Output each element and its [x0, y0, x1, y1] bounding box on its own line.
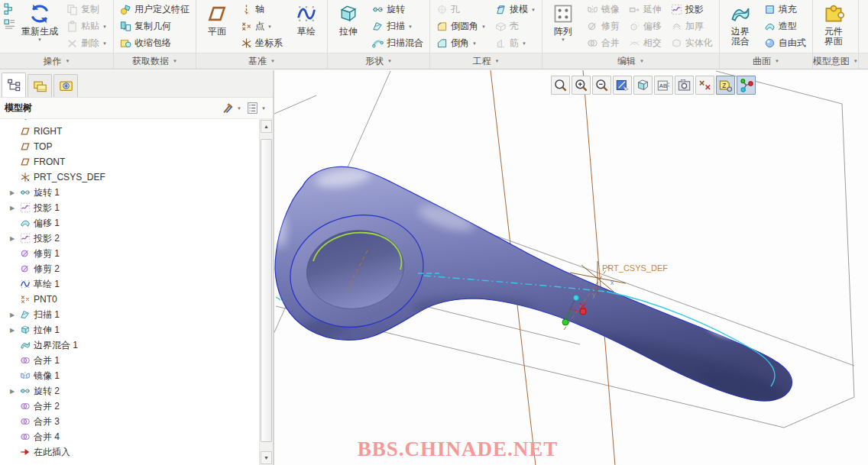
ribbon-button-boundary-blend[interactable]: 边界混合 [722, 1, 759, 52]
tree-settings-button[interactable]: ▼ [219, 100, 244, 116]
ribbon-button-thicken[interactable]: 加厚 [667, 18, 717, 34]
ribbon-button-delete[interactable]: 删除▼ [63, 35, 111, 51]
ribbon-button-axis[interactable]: 轴 [237, 2, 287, 18]
ribbon-button-point[interactable]: 点▼ [237, 18, 287, 34]
ribbon-group-label-datum[interactable]: 基准▼ [196, 53, 327, 69]
viewport-zoom-out-button[interactable] [592, 76, 611, 95]
tree-item[interactable]: TOP [0, 139, 259, 154]
ribbon-button-plane[interactable]: 平面 [199, 1, 235, 52]
udf-icon [120, 4, 131, 15]
ribbon-group-label-operations[interactable]: 操作▼ [0, 53, 113, 69]
tree-item[interactable]: 偏移 1 [0, 215, 259, 231]
ribbon-button-cube-list[interactable] [2, 17, 17, 31]
ribbon-button-solidify[interactable]: 实体化 [667, 35, 717, 51]
tree-item[interactable]: ▶投影 2 [0, 231, 259, 246]
ribbon-button-chamfer[interactable]: 倒角▼ [432, 35, 490, 51]
tree-item[interactable]: 修剪 1 [0, 246, 259, 261]
ribbon-button-merge[interactable]: 合并 [583, 35, 623, 51]
ribbon-button-extend[interactable]: 延伸 [625, 2, 666, 18]
viewport-zoom-in-button[interactable] [572, 76, 591, 95]
ribbon-button-udf[interactable]: 用户定义特征 [116, 2, 193, 18]
ribbon-button-swept-blend[interactable]: 扫描混合 [368, 35, 427, 51]
tree-item[interactable]: FRONT [0, 154, 259, 170]
ribbon-button-fill[interactable]: 填充 [760, 2, 810, 18]
tree-item[interactable]: PRT_CSYS_DEF [0, 170, 259, 185]
ribbon-button-copy[interactable]: 复制 [63, 2, 111, 18]
ribbon-button-shrinkwrap[interactable]: 收缩包络 [116, 35, 193, 51]
tree-item[interactable]: RIGHT [0, 124, 259, 139]
saved-views-icon [656, 78, 671, 92]
ribbon-group-label-surfaces[interactable]: 曲面▼ [720, 53, 812, 69]
ribbon-button-intersect[interactable]: 相交 [625, 35, 666, 51]
tree-item[interactable]: 边界混合 1 [0, 337, 259, 353]
ribbon-button-paste[interactable]: 粘贴▼ [63, 18, 111, 34]
tree-item[interactable]: 修剪 2 [0, 261, 259, 276]
shell-icon [495, 21, 507, 32]
scroll-up-button[interactable]: ▲ [261, 120, 272, 133]
ribbon-button-regenerate[interactable]: 重新生成▼ [18, 1, 61, 52]
ribbon-button-freestyle[interactable]: 自由式 [760, 35, 810, 51]
tree-item-label: 修剪 1 [34, 247, 60, 260]
navigator-tab-favorites[interactable] [53, 74, 78, 97]
ribbon-button-pattern[interactable]: 阵列▼ [545, 1, 581, 52]
tree-item[interactable]: 在此插入 [0, 444, 259, 460]
ribbon-group-label-shapes[interactable]: 形状▼ [328, 53, 429, 69]
tree-item[interactable]: 草绘 1 [0, 276, 259, 292]
viewport-saved-orientations-button[interactable] [654, 76, 673, 95]
tree-item[interactable]: 合并 2 [0, 399, 259, 414]
ribbon-button-project[interactable]: 投影 [667, 2, 717, 18]
viewport-repaint-button[interactable] [613, 76, 632, 95]
ribbon-button-revolve[interactable]: 旋转 [368, 2, 427, 18]
tree-item[interactable]: ▶旋转 1 [0, 185, 259, 200]
viewport-datum-display-filters-button[interactable] [695, 76, 714, 95]
viewport-zoom-fit-button[interactable] [551, 76, 570, 95]
ribbon-button-extrude[interactable]: 拉伸 [330, 1, 367, 52]
scroll-down-button[interactable]: ▼ [261, 451, 272, 464]
navigator-tab-folder-browser[interactable] [28, 74, 52, 97]
ribbon-button-style[interactable]: 造型 [760, 18, 810, 34]
tree-item[interactable]: 合并 3 [0, 414, 259, 429]
dropdown-caret: ▼ [261, 106, 266, 111]
ribbon-button-shell[interactable]: 壳 [491, 18, 539, 34]
tree-item[interactable]: 合并 4 [0, 429, 259, 444]
viewport-annotation-display-button[interactable] [716, 76, 735, 95]
navigator-tab-model-tree[interactable] [2, 73, 26, 97]
ribbon-button-csys[interactable]: 坐标系 [237, 35, 287, 51]
tree-item[interactable]: 合并 1 [0, 353, 259, 368]
tree-item-label: 在此插入 [34, 446, 70, 459]
ribbon-button-trim[interactable]: 修剪 [583, 18, 623, 34]
ribbon-group-label-get-data[interactable]: 获取数据▼ [114, 53, 196, 69]
paste-icon [66, 21, 78, 32]
viewport-view-manager-button[interactable] [675, 76, 694, 95]
tree-item[interactable]: 镜像 1 [0, 368, 259, 383]
tree-scrollbar[interactable]: ▲ ▼ [259, 119, 273, 465]
ribbon-button-cubes[interactable] [2, 2, 17, 15]
scrollbar-thumb[interactable] [261, 139, 272, 442]
ribbon-button-mirror[interactable]: 镜像 [583, 2, 623, 18]
tree-show-button[interactable]: ▼ [244, 100, 268, 116]
tree-item[interactable]: ▶旋转 2 [0, 383, 259, 399]
tree-item[interactable]: ▶投影 1 [0, 200, 259, 215]
tree-item-label: 合并 4 [34, 431, 60, 444]
3d-viewport-canvas[interactable]: PRT_CSYS_DEF x y BBS.CHINADE.NET [274, 70, 868, 465]
ribbon-button-round[interactable]: 倒圆角▼ [432, 18, 490, 34]
ribbon-button-sweep[interactable]: 扫描▼ [368, 18, 427, 34]
merge-icon [20, 401, 31, 412]
3d-model[interactable] [274, 166, 807, 420]
ribbon-button-copy-geometry[interactable]: 复制几何 [116, 18, 193, 34]
tree-item[interactable]: ▶扫描 1 [0, 307, 259, 322]
ribbon-button-rib[interactable]: 筋▼ [491, 35, 539, 51]
ribbon-group-label-model-intent[interactable]: 模型意图▼ [813, 53, 858, 69]
ribbon-group-label-engineering[interactable]: 工程▼ [430, 53, 542, 69]
tree-item[interactable]: ▶拉伸 1 [0, 322, 259, 337]
ribbon-button-draft[interactable]: 拔模▼ [491, 2, 539, 18]
ribbon-group-label-editing[interactable]: 编辑▼ [542, 53, 719, 69]
ribbon-button-component-interface[interactable]: 元件界面 [815, 1, 852, 52]
ribbon-button-sketch[interactable]: 草绘 [288, 1, 325, 52]
viewport-display-style-button[interactable] [633, 76, 653, 95]
viewport-spin-center-button[interactable] [737, 76, 756, 95]
ribbon-button-offset[interactable]: 偏移 [625, 18, 666, 34]
pattern-icon [552, 3, 574, 24]
ribbon-button-hole[interactable]: 孔 [432, 2, 490, 18]
tree-item[interactable]: PNT0 [0, 292, 259, 307]
